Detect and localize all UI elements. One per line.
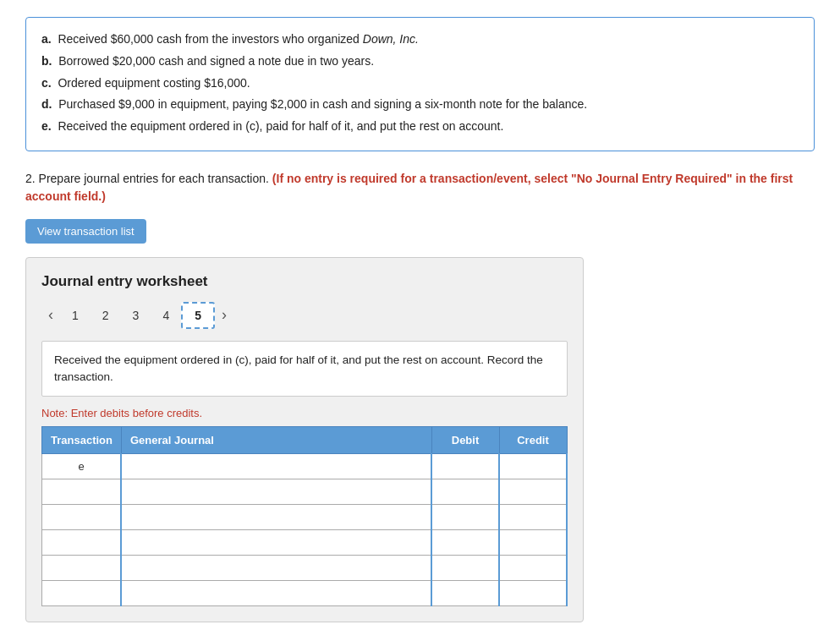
table-row	[42, 556, 568, 581]
tab-5[interactable]: 5	[181, 302, 215, 329]
transaction-e: e. Received the equipment ordered in (c)…	[41, 117, 799, 137]
debit-input-1[interactable]	[432, 455, 498, 479]
transaction-description: Received the equipment ordered in (c), p…	[41, 341, 568, 397]
col-debit: Debit	[431, 427, 499, 454]
nav-prev-arrow[interactable]: ‹	[41, 303, 60, 327]
tab-4[interactable]: 4	[151, 304, 181, 327]
credit-input-2[interactable]	[500, 480, 566, 504]
table-row	[42, 530, 568, 556]
tab-3[interactable]: 3	[121, 304, 151, 327]
credit-input-6[interactable]	[500, 582, 566, 605]
table-row	[42, 505, 568, 530]
col-transaction: Transaction	[42, 427, 122, 454]
instruction-prefix: 2. Prepare journal entries for each tran…	[25, 172, 272, 185]
debit-input-2[interactable]	[432, 480, 498, 504]
general-journal-cell-2[interactable]	[121, 479, 431, 505]
credit-input-4[interactable]	[500, 531, 566, 555]
credit-cell-5[interactable]	[499, 556, 567, 581]
credit-cell-6[interactable]	[499, 581, 567, 606]
debit-cell-6[interactable]	[431, 581, 499, 606]
debit-cell-1[interactable]	[431, 454, 499, 479]
table-row: e	[42, 454, 568, 479]
col-credit: Credit	[499, 427, 567, 454]
instruction-text: 2. Prepare journal entries for each tran…	[25, 170, 815, 205]
note-text: Note: Enter debits before credits.	[41, 407, 568, 419]
tab-1[interactable]: 1	[60, 304, 91, 327]
table-row	[42, 479, 568, 505]
credit-input-1[interactable]	[500, 455, 566, 479]
credit-cell-2[interactable]	[499, 479, 567, 505]
general-journal-cell-1[interactable]	[121, 454, 431, 479]
debit-input-4[interactable]	[432, 531, 498, 555]
journal-input-3[interactable]	[122, 506, 431, 529]
transaction-label-empty-6	[42, 581, 122, 606]
journal-input-2[interactable]	[122, 480, 431, 504]
nav-next-arrow[interactable]: ›	[215, 303, 233, 327]
worksheet-title: Journal entry worksheet	[41, 273, 568, 290]
credit-input-5[interactable]	[500, 556, 566, 580]
credit-input-3[interactable]	[500, 506, 566, 529]
transaction-c: c. Ordered equipment costing $16,000.	[41, 74, 799, 94]
journal-input-6[interactable]	[122, 582, 431, 605]
debit-cell-5[interactable]	[431, 556, 499, 581]
transaction-label-empty-2	[42, 479, 122, 505]
debit-cell-2[interactable]	[431, 479, 499, 505]
journal-entry-worksheet: Journal entry worksheet ‹ 1 2 3 4 5 › Re…	[25, 257, 584, 623]
debit-input-6[interactable]	[432, 582, 498, 605]
debit-cell-4[interactable]	[431, 530, 499, 556]
credit-cell-4[interactable]	[499, 530, 567, 556]
general-journal-cell-6[interactable]	[121, 581, 431, 606]
credit-cell-1[interactable]	[499, 454, 567, 479]
transaction-a: a. Received $60,000 cash from the invest…	[41, 30, 799, 50]
description-text: Received the equipment ordered in (c), p…	[54, 353, 543, 383]
transaction-label: e	[42, 454, 122, 479]
general-journal-cell-4[interactable]	[121, 530, 431, 556]
journal-input-4[interactable]	[122, 531, 431, 555]
journal-input-1[interactable]	[122, 455, 431, 479]
table-row	[42, 581, 568, 606]
view-transaction-list-button[interactable]: View transaction list	[25, 219, 146, 244]
journal-input-5[interactable]	[122, 556, 431, 580]
transaction-label-empty-5	[42, 556, 122, 581]
transaction-label-empty-4	[42, 530, 122, 556]
debit-input-5[interactable]	[432, 556, 498, 580]
transaction-d: d. Purchased $9,000 in equipment, paying…	[41, 95, 799, 115]
debit-input-3[interactable]	[432, 506, 498, 529]
transaction-label-empty-3	[42, 505, 122, 530]
transaction-b: b. Borrowed $20,000 cash and signed a no…	[41, 52, 799, 72]
general-journal-cell-3[interactable]	[121, 505, 431, 530]
credit-cell-3[interactable]	[499, 505, 567, 530]
general-journal-cell-5[interactable]	[121, 556, 431, 581]
col-general-journal: General Journal	[121, 427, 431, 454]
tab-navigation: ‹ 1 2 3 4 5 ›	[41, 302, 568, 329]
transaction-list-box: a. Received $60,000 cash from the invest…	[25, 17, 815, 151]
debit-cell-3[interactable]	[431, 505, 499, 530]
tab-2[interactable]: 2	[91, 304, 121, 327]
journal-table: Transaction General Journal Debit Credit…	[41, 426, 568, 606]
